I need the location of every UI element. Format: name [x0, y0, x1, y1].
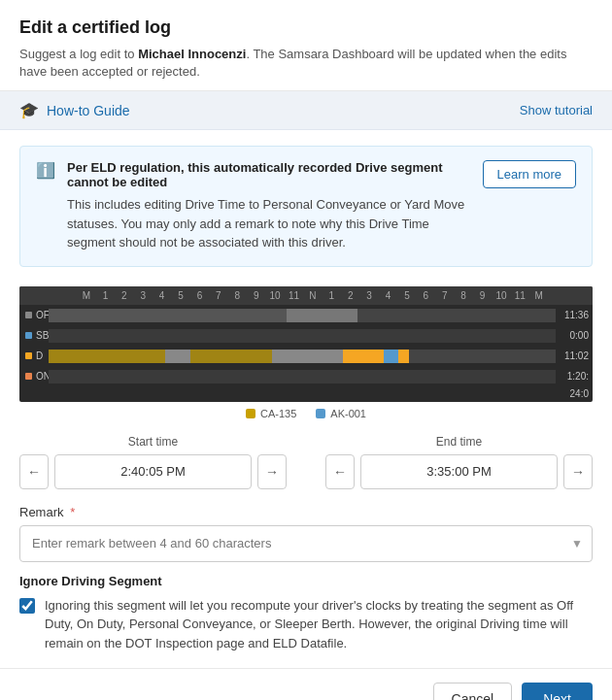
ignore-segment-text: Ignoring this segment will let you recom…	[45, 596, 593, 653]
start-time-prev-button[interactable]: ←	[19, 454, 49, 489]
end-time-label: End time	[325, 435, 593, 449]
how-to-guide-bar: 🎓 How-to Guide Show tutorial	[0, 91, 612, 130]
how-to-guide-link[interactable]: 🎓 How-to Guide	[19, 101, 130, 119]
modal-subtitle: Suggest a log edit to Michael Innocenzi.…	[19, 46, 593, 81]
on-track	[49, 370, 556, 383]
start-time-value: 2:40:05 PM	[54, 454, 252, 489]
chart-container: M 1 2 3 4 5 6 7 8 9 10 11 N 1 2	[19, 286, 593, 402]
cancel-button[interactable]: Cancel	[433, 683, 513, 700]
chart-section: M 1 2 3 4 5 6 7 8 9 10 11 N 1 2	[19, 286, 593, 419]
modal-footer: Cancel Next	[0, 668, 612, 700]
start-time-label: Start time	[19, 435, 287, 449]
ak001-legend-dot	[316, 409, 325, 418]
on-dot	[25, 373, 32, 380]
sb-dot	[25, 332, 32, 339]
end-time-prev-button[interactable]: ←	[325, 454, 355, 489]
chart-axis-labels: M 1 2 3 4 5 6 7 8 9 10 11 N 1 2	[78, 290, 548, 301]
start-time-input-row: ← 2:40:05 PM →	[19, 454, 287, 489]
remark-input[interactable]	[19, 525, 593, 562]
learn-more-button[interactable]: Learn more	[483, 160, 576, 188]
end-time-group: End time ← 3:35:00 PM →	[325, 435, 593, 489]
chart-row-off: OFF 11:36	[19, 306, 593, 325]
end-time-input-row: ← 3:35:00 PM →	[325, 454, 593, 489]
ak001-label: AK-001	[330, 408, 366, 419]
show-tutorial-link[interactable]: Show tutorial	[520, 103, 593, 117]
off-track	[49, 309, 556, 322]
graduation-cap-icon: 🎓	[19, 101, 39, 119]
remark-section: Remark * ▼	[19, 505, 593, 562]
remark-input-wrapper: ▼	[19, 525, 593, 562]
next-button[interactable]: Next	[522, 683, 593, 700]
chart-row-d: D 11:02	[19, 347, 593, 366]
legend-ak001: AK-001	[316, 408, 366, 419]
info-icon: ℹ️	[36, 161, 55, 180]
eld-notice-content: Per ELD regulation, this automatically r…	[67, 160, 471, 252]
end-time-value: 3:35:00 PM	[360, 454, 558, 489]
legend-ca135: CA-135	[246, 408, 296, 419]
ca135-legend-dot	[246, 409, 255, 418]
eld-notice-title: Per ELD regulation, this automatically r…	[67, 160, 471, 189]
start-time-group: Start time ← 2:40:05 PM →	[19, 435, 287, 489]
page-title: Edit a certified log	[19, 17, 593, 38]
ca135-label: CA-135	[260, 408, 296, 419]
d-track	[49, 350, 556, 363]
sb-track	[49, 329, 556, 343]
ignore-segment-section: Ignore Driving Segment Ignoring this seg…	[19, 574, 593, 653]
chart-axis: M 1 2 3 4 5 6 7 8 9 10 11 N 1 2	[19, 286, 593, 305]
end-time-next-button[interactable]: →	[563, 454, 593, 489]
d-dot	[25, 352, 32, 359]
off-dot	[25, 312, 32, 318]
how-to-guide-label: How-to Guide	[47, 103, 130, 118]
start-time-next-button[interactable]: →	[257, 454, 287, 489]
ignore-checkbox-row: Ignoring this segment will let you recom…	[19, 596, 593, 653]
chart-legend: CA-135 AK-001	[19, 408, 593, 419]
ignore-segment-title: Ignore Driving Segment	[19, 574, 593, 588]
remark-label-text: Remark	[19, 505, 64, 519]
ignore-segment-checkbox[interactable]	[19, 598, 35, 614]
chart-row-total: 24:0	[19, 387, 593, 401]
time-controls: Start time ← 2:40:05 PM → End time ← 3:3…	[19, 435, 593, 489]
eld-notice: ℹ️ Per ELD regulation, this automaticall…	[19, 146, 593, 267]
chart-row-on: ON 1:20:	[19, 367, 593, 386]
eld-notice-text: This includes editing Drive Time to Pers…	[67, 195, 471, 252]
chart-row-sb: SB 0:00	[19, 326, 593, 346]
remark-required-marker: *	[70, 505, 75, 519]
